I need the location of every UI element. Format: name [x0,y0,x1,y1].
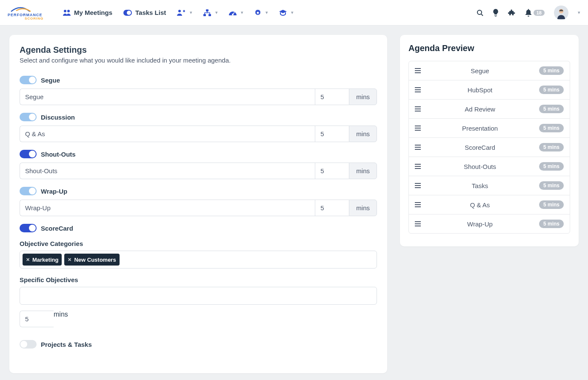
notification-badge: 18 [534,10,545,16]
avatar-chevron-down-icon[interactable]: ▾ [578,10,580,15]
agenda-preview-card: Agenda Preview Segue 5 mins HubSpot 5 mi… [400,35,579,246]
mins-pill: 5 mins [539,105,564,113]
section-label: Shout-Outs [41,151,76,158]
specific-objectives-input[interactable] [20,287,377,305]
nav-dropdown-network[interactable]: ▾ [203,9,218,16]
wrapup-name-input[interactable] [20,200,315,216]
section-projects: Projects & Tasks [20,340,377,349]
lightbulb-icon[interactable] [493,9,499,17]
preview-item[interactable]: Ad Review 5 mins [409,100,570,119]
svg-point-2 [64,10,66,12]
drag-handle-icon[interactable] [415,183,421,188]
svg-rect-8 [203,14,206,16]
preview-item[interactable]: Wrap-Up 5 mins [409,214,570,233]
chevron-down-icon: ▾ [190,10,192,15]
drag-handle-icon[interactable] [415,106,421,111]
toggle-scorecard[interactable] [20,224,37,232]
mins-pill: 5 mins [539,200,564,209]
shoutouts-mins-input[interactable] [315,163,349,179]
section-discussion: Discussion mins [20,113,377,142]
preview-item-name: ScoreCard [427,144,533,151]
segue-name-input[interactable] [20,89,315,105]
toggle-discussion[interactable] [20,113,37,121]
preview-item[interactable]: HubSpot 5 mins [409,80,570,100]
toggle-wrapup[interactable] [20,187,37,195]
users-plus-icon [177,9,186,16]
nav-dropdown-dashboard[interactable]: ▾ [229,10,243,16]
scorecard-mins-input[interactable] [20,311,54,327]
preview-title: Agenda Preview [408,43,570,53]
svg-point-12 [477,10,482,14]
mins-unit: mins [349,200,377,216]
objective-categories-input[interactable]: ✕ Marketing ✕ New Customers [20,251,377,269]
nav-my-meetings[interactable]: My Meetings [63,9,112,16]
preview-item[interactable]: Q & As 5 mins [409,195,570,214]
remove-tag-icon[interactable]: ✕ [68,257,71,263]
objective-categories-label: Objective Categories [20,240,377,247]
search-icon[interactable] [477,9,483,16]
toggle-segue[interactable] [20,76,37,84]
section-shoutouts: Shout-Outs mins [20,150,377,179]
toggle-projects[interactable] [20,340,37,349]
topbar: PERFORMANCE SCORING My Meetings Tasks Li… [0,0,588,26]
page-subtitle: Select and configure what you would like… [20,57,377,64]
drag-handle-icon[interactable] [415,87,421,92]
wrapup-mins-input[interactable] [315,200,349,216]
page: Agenda Settings Select and configure wha… [0,26,588,380]
drag-handle-icon[interactable] [415,145,421,150]
notifications[interactable]: 18 [525,9,545,17]
preview-item-name: Ad Review [427,106,533,113]
remove-tag-icon[interactable]: ✕ [26,257,30,263]
drag-handle-icon[interactable] [415,164,421,169]
preview-item[interactable]: Tasks 5 mins [409,176,570,195]
toggle-icon [123,10,132,16]
mins-unit: mins [349,163,377,179]
svg-point-3 [67,10,70,12]
preview-item[interactable]: Shout-Outs 5 mins [409,157,570,176]
chevron-down-icon: ▾ [291,10,294,15]
preview-item[interactable]: ScoreCard 5 mins [409,138,570,157]
drag-handle-icon[interactable] [415,68,421,73]
avatar[interactable] [554,6,568,20]
mins-pill: 5 mins [539,220,564,228]
tag-label: New Customers [74,257,116,263]
logo[interactable]: PERFORMANCE SCORING [8,6,50,20]
preview-item[interactable]: Segue 5 mins [409,61,570,80]
section-scorecard: ScoreCard Objective Categories ✕ Marketi… [20,224,377,327]
agenda-settings-card: Agenda Settings Select and configure wha… [9,35,387,373]
nav-label: Tasks List [135,9,166,16]
shoutouts-name-input[interactable] [20,163,315,179]
section-label: Segue [41,77,60,84]
gauge-icon [229,10,237,16]
mins-pill: 5 mins [539,66,564,75]
gear-icon [254,9,261,16]
drag-handle-icon[interactable] [415,202,421,207]
preview-item-name: Presentation [427,125,533,132]
preview-item[interactable]: Presentation 5 mins [409,119,570,138]
mins-pill: 5 mins [539,181,564,190]
main-nav: My Meetings Tasks List ▾ ▾ ▾ [63,9,294,16]
svg-point-5 [127,11,131,15]
toggle-shoutouts[interactable] [20,150,37,158]
section-label: Discussion [41,114,75,121]
nav-dropdown-settings[interactable]: ▾ [254,9,268,16]
segue-mins-input[interactable] [315,89,349,105]
puzzle-icon[interactable] [508,9,516,17]
discussion-name-input[interactable] [20,126,315,142]
meetings-icon [63,9,71,16]
page-title: Agenda Settings [20,45,377,55]
mins-pill: 5 mins [539,143,564,151]
svg-text:SCORING: SCORING [25,17,43,20]
nav-dropdown-users[interactable]: ▾ [177,9,192,16]
section-wrapup: Wrap-Up mins [20,187,377,216]
preview-list: Segue 5 mins HubSpot 5 mins Ad Review 5 … [408,61,570,234]
nav-tasks-list[interactable]: Tasks List [123,9,166,16]
topbar-right: 18 ▾ [477,6,580,20]
nav-label: My Meetings [74,9,112,16]
discussion-mins-input[interactable] [315,126,349,142]
section-label: Projects & Tasks [41,341,92,348]
nav-dropdown-learn[interactable]: ▾ [279,10,294,16]
drag-handle-icon[interactable] [415,126,421,131]
drag-handle-icon[interactable] [415,221,421,226]
chevron-down-icon: ▾ [241,10,243,15]
